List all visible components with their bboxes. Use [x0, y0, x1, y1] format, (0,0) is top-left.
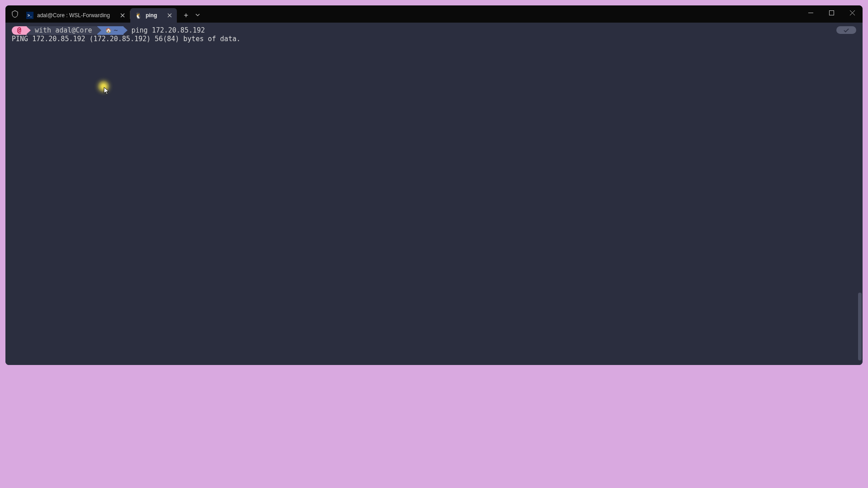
- output-line: PING 172.20.85.192 (172.20.85.192) 56(84…: [12, 35, 856, 43]
- command-input: ping 172.20.85.192: [132, 26, 205, 35]
- admin-shield-icon: [11, 10, 19, 18]
- tab-wsl-forwarding[interactable]: >_ adal@Core : WSL-Forwarding: [22, 8, 130, 23]
- prompt-user-segment: with adal@Core: [27, 26, 97, 35]
- new-tab-button[interactable]: +: [180, 9, 192, 21]
- minimize-button[interactable]: [800, 5, 821, 20]
- prompt-os-segment: @: [12, 26, 27, 35]
- terminal-window: >_ adal@Core : WSL-Forwarding 🐧 ping +: [5, 5, 863, 365]
- tab-label: ping: [146, 12, 157, 19]
- close-tab-button[interactable]: [166, 12, 173, 19]
- title-bar: >_ adal@Core : WSL-Forwarding 🐧 ping +: [5, 5, 863, 23]
- home-icon: 🏠: [105, 28, 112, 34]
- linux-tux-icon: 🐧: [135, 12, 142, 19]
- powershell-icon: >_: [26, 12, 33, 19]
- vertical-scrollbar[interactable]: [858, 293, 862, 360]
- close-window-button[interactable]: [842, 5, 863, 20]
- window-controls: [800, 5, 863, 20]
- debian-swirl-icon: @: [17, 26, 21, 35]
- tab-dropdown-button[interactable]: [192, 9, 203, 21]
- prompt-path-text: ~: [114, 26, 118, 35]
- tab-ping[interactable]: 🐧 ping: [130, 8, 177, 23]
- tab-bar: >_ adal@Core : WSL-Forwarding 🐧 ping +: [22, 5, 203, 23]
- prompt-user-text: with adal@Core: [35, 26, 92, 35]
- close-tab-button[interactable]: [119, 12, 126, 19]
- prompt-line: @ with adal@Core 🏠 ~ ping 172.20.85.192: [12, 26, 856, 35]
- tab-label: adal@Core : WSL-Forwarding: [37, 12, 110, 19]
- terminal-viewport[interactable]: @ with adal@Core 🏠 ~ ping 172.20.85.192 …: [5, 23, 863, 365]
- cursor-highlight-icon: [98, 81, 109, 92]
- status-indicator-pill: [836, 26, 856, 34]
- svg-rect-0: [829, 10, 834, 15]
- maximize-button[interactable]: [821, 5, 842, 20]
